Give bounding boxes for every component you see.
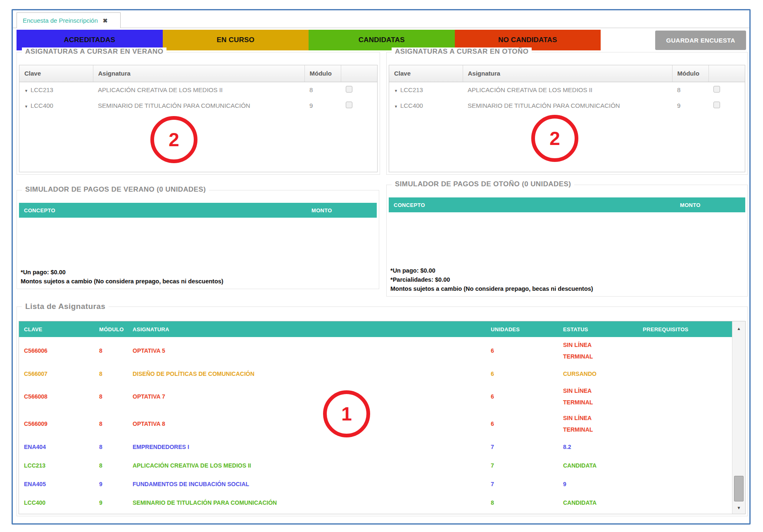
scrollbar-thumb[interactable] [734,476,744,501]
unidades-cell: 7 [486,456,558,475]
col-asignatura: Asignatura [93,65,304,82]
simulador-otono-header: CONCEPTO MONTO [389,197,745,212]
unidades-cell: 7 [486,475,558,493]
col-concepto: CONCEPTO [19,207,311,214]
expand-arrow-icon[interactable]: ▼ [394,89,398,93]
expand-arrow-icon[interactable]: ▼ [24,89,28,93]
panel-simulador-verano: SIMULADOR DE PAGOS DE VERANO (0 UNIDADES… [17,190,379,289]
asignatura-cell: APLICACIÓN CREATIVA DE LOS MEDIOS II [463,82,672,97]
modulo-cell: 8 [672,82,708,97]
asignatura-cell: DISEÑO DE POLÍTICAS DE COMUNICACIÓN [128,364,486,383]
lista-row: LCC2138APLICACIÓN CREATIVA DE LOS MEDIOS… [19,456,732,475]
footer-parcialidades: *Parcialidades: $0.00 [390,275,593,284]
prerequisitos-cell [638,437,732,456]
col-modulo: MÓDULO [94,321,128,337]
modulo-cell: 8 [94,410,128,437]
modulo-cell: 9 [672,97,708,113]
clave-cell: C566007 [19,364,94,383]
row-checkbox[interactable] [713,102,720,108]
panel-lista-asignaturas: Lista de Asignaturas CLAVE MÓDULO ASIGNA… [17,306,748,516]
col-monto: MONTO [311,207,377,214]
prerequisitos-cell [638,456,732,475]
asignatura-cell: EMPRENDEDORES I [128,437,486,456]
clave-cell: ▼LCC400 [19,97,93,113]
lista-row: C5660088OPTATIVA 76SIN LÍNEATERMINAL [19,383,732,410]
simulador-otono-title: SIMULADOR DE PAGOS DE OTOÑO (0 UNIDADES) [392,180,574,188]
col-asignatura: Asignatura [463,65,672,82]
modulo-cell: 8 [304,82,341,97]
tabbar-divider [13,28,749,28]
estatus-cell: 8.2 [558,437,638,456]
lista-table-box: CLAVE MÓDULO ASIGNATURA UNIDADES ESTATUS… [19,321,746,514]
col-monto: MONTO [680,202,745,208]
simulador-verano-title: SIMULADOR DE PAGOS DE VERANO (0 UNIDADES… [22,185,209,194]
encuesta-page: Encuesta de Preinscripción ✖ ACREDITADAS… [0,0,763,532]
asignatura-row: ▼LCC213APLICACIÓN CREATIVA DE LOS MEDIOS… [389,82,745,97]
col-clave: Clave [389,65,463,82]
scroll-down-icon[interactable]: ▼ [732,502,745,513]
footer-un-pago: *Un pago: $0.00 [390,266,593,275]
lista-scrollbar[interactable]: ▲ ▼ [732,321,745,514]
modulo-cell: 9 [94,493,128,512]
unidades-cell: 7 [486,437,558,456]
lista-row: ENA4059FUNDAMENTOS DE INCUBACIÓN SOCIAL7… [19,475,732,493]
row-checkbox[interactable] [713,86,720,93]
estatus-cell: CANDIDATA [558,456,638,475]
simulador-verano-header: CONCEPTO MONTO [19,203,377,218]
unidades-cell: 6 [486,383,558,410]
simulador-otono-footer: *Un pago: $0.00 *Parcialidades: $0.00 Mo… [390,266,593,293]
select-cell [341,97,377,113]
estatus-cell: SIN LÍNEATERMINAL [558,410,638,437]
expand-arrow-icon[interactable]: ▼ [24,104,28,109]
estatus-cell: SIN LÍNEATERMINAL [558,383,638,410]
lista-row: ENA4048EMPRENDEDORES I78.2 [19,437,732,456]
scroll-up-icon[interactable]: ▲ [732,323,745,334]
row-checkbox[interactable] [346,102,352,108]
tab-close-icon[interactable]: ✖ [103,17,108,24]
expand-arrow-icon[interactable]: ▼ [394,104,398,109]
lista-table: CLAVE MÓDULO ASIGNATURA UNIDADES ESTATUS… [19,321,732,512]
col-clave: CLAVE [19,321,94,337]
col-select [708,65,745,82]
col-prerequisitos: PREREQUISITOS [638,321,732,337]
asignatura-cell: SEMINARIO DE TITULACIÓN PARA COMUNICACIÓ… [93,97,304,113]
clave-cell: LCC400 [19,493,94,512]
modulo-cell: 8 [94,383,128,410]
unidades-cell: 8 [486,493,558,512]
otono-header-row: Clave Asignatura Módulo [389,65,745,82]
asignatura-cell: SEMINARIO DE TITULACIÓN PARA COMUNICACIÓ… [128,493,486,512]
col-estatus: ESTATUS [558,321,638,337]
modulo-cell: 8 [94,456,128,475]
footer-aviso: Montos sujetos a cambio (No considera pr… [390,284,593,293]
lista-row: C5660078DISEÑO DE POLÍTICAS DE COMUNICAC… [19,364,732,383]
unidades-cell: 6 [486,337,558,364]
otono-table: Clave Asignatura Módulo ▼LCC213APLICACIÓ… [389,65,745,113]
verano-header-row: Clave Asignatura Módulo [19,65,377,82]
row-checkbox[interactable] [346,86,352,93]
guardar-encuesta-button[interactable]: GUARDAR ENCUESTA [655,31,746,50]
asignatura-row: ▼LCC400SEMINARIO DE TITULACIÓN PARA COMU… [389,97,745,113]
col-modulo: Módulo [672,65,708,82]
col-asignatura: ASIGNATURA [128,321,486,337]
legend-en-curso: EN CURSO [163,30,309,50]
footer-aviso: Montos sujetos a cambio (No considera pr… [21,277,223,286]
panel-otono-title: ASIGNATURAS A CURSAR EN OTOÑO [392,48,532,56]
annotation-circle-verano: 2 [150,116,197,163]
modulo-cell: 8 [94,437,128,456]
prerequisitos-cell [638,493,732,512]
col-modulo: Módulo [304,65,341,82]
clave-cell: C566006 [19,337,94,364]
asignatura-cell: OPTATIVA 8 [128,410,486,437]
prerequisitos-cell [638,337,732,364]
unidades-cell: 6 [486,364,558,383]
modulo-cell: 8 [94,364,128,383]
verano-table: Clave Asignatura Módulo ▼LCC213APLICACIÓ… [19,65,377,113]
col-clave: Clave [19,65,93,82]
col-select [341,65,377,82]
col-unidades: UNIDADES [486,321,558,337]
select-cell [341,82,377,97]
clave-cell: C566008 [19,383,94,410]
clave-cell: ENA404 [19,437,94,456]
panel-simulador-otono: SIMULADOR DE PAGOS DE OTOÑO (0 UNIDADES)… [386,185,748,297]
tab-encuesta-preinscripcion[interactable]: Encuesta de Preinscripción ✖ [17,12,121,28]
